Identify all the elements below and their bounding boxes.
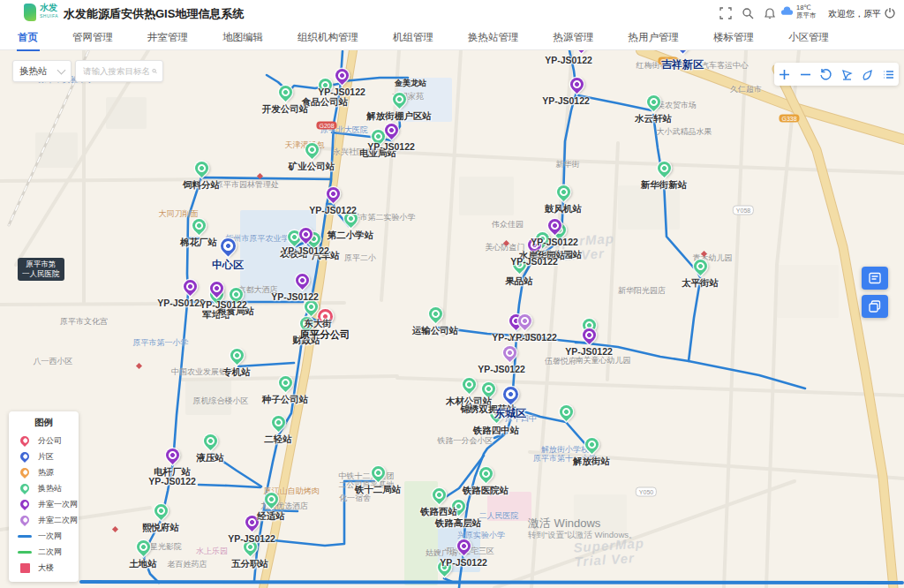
station-label: 五分职站 xyxy=(231,558,268,570)
station-label: YP-JS0122 xyxy=(157,298,205,308)
map-area-block xyxy=(618,185,680,230)
legend-item-label: 井室一次网 xyxy=(38,499,78,510)
nav-tab-6[interactable]: 换热站管理 xyxy=(468,31,519,44)
logout-icon[interactable] xyxy=(884,7,896,19)
nav-tab-3[interactable]: 地图编辑 xyxy=(222,31,263,44)
map-area-block xyxy=(777,265,839,318)
shuifa-logo-icon xyxy=(24,4,36,21)
measure-button[interactable] xyxy=(839,66,855,82)
nav-tab-9[interactable]: 楼标管理 xyxy=(713,31,754,44)
station-label: YP-JS0122 xyxy=(545,55,592,65)
station-label: 解放街棚户区站 xyxy=(366,110,432,123)
station-label: 解放街站 xyxy=(573,456,610,468)
weather-widget[interactable]: 18℃ 原平市 xyxy=(780,4,817,19)
nav-tab-8[interactable]: 热用户管理 xyxy=(629,31,680,44)
legend-item-label: 分公司 xyxy=(38,435,62,447)
zoom-in-button[interactable] xyxy=(777,66,793,82)
legend-pin-icon xyxy=(18,436,32,445)
pipeline-primary xyxy=(689,281,700,361)
station-label: YP-JS0122 xyxy=(318,87,365,97)
logo-text-cn: 水发 xyxy=(40,4,57,12)
station-label: 二轻站 xyxy=(264,433,292,446)
station-label: 果品站 xyxy=(505,275,533,288)
layers-panel-button[interactable] xyxy=(862,295,888,318)
fullscreen-icon[interactable] xyxy=(719,7,732,19)
hospital-dark-badge: 原平市第一人民医院 xyxy=(18,258,64,281)
station-label: 土地站 xyxy=(129,558,157,570)
nav-tab-7[interactable]: 热源管理 xyxy=(554,31,594,44)
activation-line2: 转到“设置”以激活 Windows。 xyxy=(528,530,637,541)
gis-app-window: 水发 SHUIFA 水发能源盾安供热GIS地理信息系统 18℃ 原平市 欢迎您，… xyxy=(0,0,904,588)
pipeline-primary xyxy=(81,582,902,583)
legend-line-icon xyxy=(18,551,32,554)
nav-tab-1[interactable]: 管网管理 xyxy=(72,31,113,44)
station-label: YP-JS0122 xyxy=(282,245,329,256)
legend-item-label: 井室二次网 xyxy=(38,515,78,526)
search-category-value: 换热站 xyxy=(19,65,48,78)
legend-item-label: 片区 xyxy=(38,451,54,463)
welcome-text: 欢迎您，原平 xyxy=(828,8,881,20)
legend-item-8: 大楼 xyxy=(9,560,79,576)
station-label: 铁路高层站 xyxy=(435,517,482,530)
nav-tab-10[interactable]: 小区管理 xyxy=(788,31,829,44)
map-poi-label: 老百姓药店 xyxy=(168,559,207,570)
app-header: 水发 SHUIFA 水发能源盾安供热GIS地理信息系统 18℃ 原平市 欢迎您，… xyxy=(0,0,904,25)
weather-city: 原平市 xyxy=(796,11,817,19)
legend-item-6: 一次网 xyxy=(9,528,79,544)
legend-item-7: 二次网 xyxy=(9,544,79,560)
activation-line1: 激活 Windows xyxy=(528,516,637,530)
zoom-out-button[interactable] xyxy=(797,66,813,82)
station-label: 东城区 xyxy=(494,406,526,421)
cloud-icon xyxy=(780,6,794,17)
station-label: YP-JS0122 xyxy=(509,332,557,343)
map-poi-label: 原平市文化宫 xyxy=(60,316,108,328)
legend-pin-icon xyxy=(18,452,32,461)
legend-item-label: 大楼 xyxy=(38,562,54,574)
nav-tab-5[interactable]: 机组管理 xyxy=(393,31,433,44)
map-poi-label: 原机综合楼小区 xyxy=(193,396,249,407)
station-label: YP-JS0122 xyxy=(542,95,590,106)
nav-tab-2[interactable]: 井室管理 xyxy=(147,31,188,44)
map-poi-label: 伟众佳园 xyxy=(492,219,524,230)
legend-title: 图例 xyxy=(9,417,79,429)
station-label: 铁路四中站 xyxy=(473,425,520,437)
legend-item-label: 热源 xyxy=(38,467,54,479)
windows-activation-watermark: 激活 Windows 转到“设置”以激活 Windows。 xyxy=(528,516,637,541)
main-nav: 首页管网管理井室管理地图编辑组织机构管理机组管理换热站管理热源管理热用户管理楼标… xyxy=(0,25,904,50)
legend-item-2: 热源 xyxy=(9,464,79,480)
search-input[interactable] xyxy=(81,65,152,77)
map-toolbar xyxy=(774,63,899,86)
legend-pin-icon xyxy=(18,500,32,509)
station-label: 种子公司站 xyxy=(262,394,309,406)
legend-item-label: 换热站 xyxy=(38,483,62,494)
legend-pin-icon xyxy=(18,516,32,524)
station-label: 中心区 xyxy=(212,258,244,273)
map-search-bar: 换热站 xyxy=(12,60,163,82)
map-poi-label: 忻州市原平农业学校 xyxy=(226,233,298,245)
station-label: 铁路医院站 xyxy=(463,485,509,497)
station-label: YP-JS0122 xyxy=(440,557,487,568)
legend-panel-button[interactable] xyxy=(862,267,888,290)
nav-tab-0[interactable]: 首页 xyxy=(18,31,38,44)
station-label: 矿业公司站 xyxy=(289,161,335,173)
station-label: YP-JS0122 xyxy=(271,291,319,302)
road-badge: G208 xyxy=(316,122,336,130)
search-category-select[interactable]: 换热站 xyxy=(12,60,72,82)
search-submit-icon[interactable] xyxy=(152,66,157,76)
search-input-box xyxy=(75,60,163,82)
reset-view-button[interactable] xyxy=(818,66,834,82)
station-label: 运输公司站 xyxy=(412,325,459,337)
map-canvas[interactable]: 换热站 xyxy=(0,50,904,588)
nav-tab-4[interactable]: 组织机构管理 xyxy=(298,31,358,44)
map-area-block xyxy=(459,177,514,215)
bell-icon[interactable] xyxy=(764,7,776,19)
legend-item-label: 二次网 xyxy=(38,547,62,558)
map-poi-label: 新华街 xyxy=(556,159,580,170)
station-label: YP-JS0122 xyxy=(510,256,558,267)
draw-button[interactable] xyxy=(860,66,876,82)
map-poi-label: 久仁超市 xyxy=(730,84,762,95)
map-poi-label: 原平市园林管理处 xyxy=(215,179,279,191)
legend-pin-icon xyxy=(18,468,32,477)
search-icon[interactable] xyxy=(742,7,754,19)
layer-list-button[interactable] xyxy=(880,66,896,82)
